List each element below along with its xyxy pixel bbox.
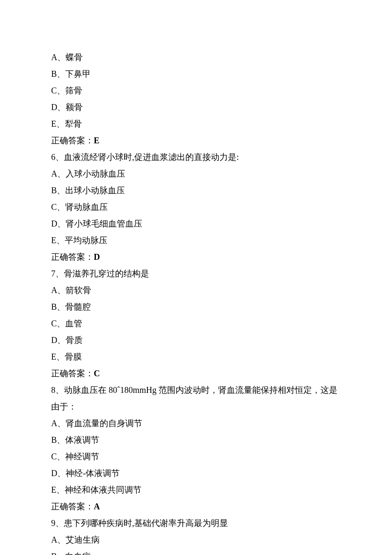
option-text: C、血管 [51, 315, 341, 332]
option-text: E、神经和体液共同调节 [51, 482, 341, 498]
option-text: A、入球小动脉血压 [51, 166, 341, 182]
option-text: B、白血病 [51, 548, 341, 555]
answer-label: 正确答案： [51, 136, 94, 145]
option-text: C、筛骨 [51, 82, 341, 99]
option-text: A、肾血流量的自身调节 [51, 415, 341, 432]
option-text: A、艾迪生病 [51, 532, 341, 548]
answer-label: 正确答案： [51, 369, 94, 378]
answer-line: 正确答案：E [51, 132, 341, 149]
option-text: D、肾小球毛细血管血压 [51, 215, 341, 232]
option-text: E、犁骨 [51, 116, 341, 132]
option-text: B、出球小动脉血压 [51, 182, 341, 199]
answer-label: 正确答案： [51, 252, 94, 262]
question-stem: 8、动脉血压在 80ˆ180mmHg 范围内波动时，肾血流量能保持相对恒定，这是… [51, 382, 341, 415]
answer-value: C [94, 369, 100, 378]
answer-value: D [94, 252, 100, 262]
option-text: B、骨髓腔 [51, 299, 341, 315]
answer-line: 正确答案：C [51, 365, 341, 382]
option-text: D、骨质 [51, 332, 341, 349]
option-text: D、神经-体液调节 [51, 465, 341, 482]
option-text: C、神经调节 [51, 448, 341, 465]
option-text: E、骨膜 [51, 349, 341, 365]
option-text: B、下鼻甲 [51, 66, 341, 82]
answer-label: 正确答案： [51, 502, 94, 511]
question-stem: 6、血液流经肾小球时,促进血浆滤出的直接动力是: [51, 149, 341, 166]
answer-line: 正确答案：A [51, 498, 341, 515]
option-text: E、平均动脉压 [51, 232, 341, 249]
question-stem: 9、患下列哪种疾病时,基础代谢率升高最为明显 [51, 515, 341, 532]
option-text: A、箭软骨 [51, 282, 341, 299]
question-stem: 7、骨滋养孔穿过的结构是 [51, 265, 341, 282]
answer-value: E [94, 136, 99, 145]
option-text: A、蝶骨 [51, 49, 341, 66]
answer-value: A [94, 502, 100, 511]
answer-line: 正确答案：D [51, 249, 341, 265]
document-page: A、蝶骨 B、下鼻甲 C、筛骨 D、额骨 E、犁骨 正确答案：E 6、血液流经肾… [0, 0, 392, 555]
option-text: D、额骨 [51, 99, 341, 116]
option-text: C、肾动脉血压 [51, 199, 341, 215]
option-text: B、体液调节 [51, 432, 341, 448]
